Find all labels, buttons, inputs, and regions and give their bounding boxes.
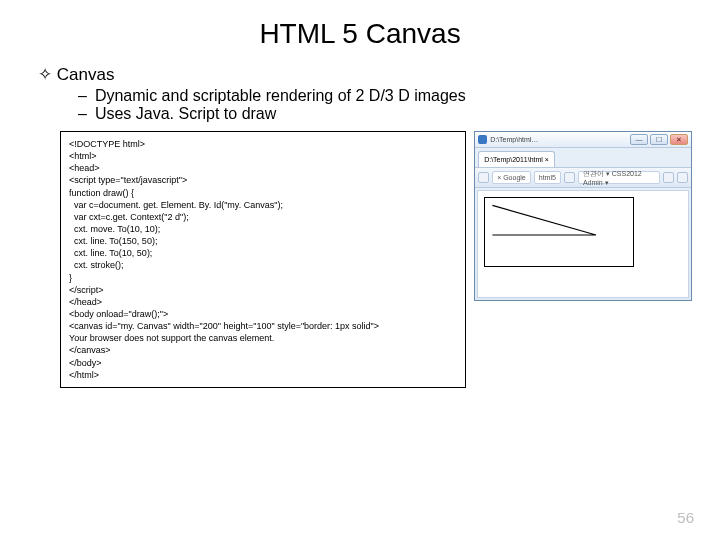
browser-tabstrip: D:\Temp\2011\html × <box>475 148 691 168</box>
window-minimize-button[interactable]: — <box>630 134 648 145</box>
tab-label: D:\Temp\2011\html × <box>484 156 549 163</box>
window-close-button[interactable]: ✕ <box>670 134 688 145</box>
browser-logo-icon <box>478 135 487 144</box>
toolbar-button[interactable] <box>478 172 489 183</box>
wrench-icon[interactable] <box>677 172 688 183</box>
search-icon[interactable] <box>564 172 575 183</box>
browser-viewport <box>477 190 689 298</box>
section-label: Canvas <box>57 65 115 84</box>
browser-toolbar: × Google html5 연관어 ▾ CSS2012 Admin ▾ <box>475 168 691 188</box>
dash-icon: – <box>78 105 87 122</box>
toolbar-chip[interactable]: × Google <box>492 171 531 184</box>
sub-text: Uses Java. Script to draw <box>95 105 276 122</box>
slide-title: HTML 5 Canvas <box>28 18 692 50</box>
browser-window: D:\Temp\html… — ☐ ✕ D:\Temp\2011\html × … <box>474 131 692 301</box>
browser-title-path: D:\Temp\html… <box>490 136 627 143</box>
section-heading: ✧ Canvas <box>28 64 692 85</box>
code-snippet: <!DOCTYPE html> <html> <head> <script ty… <box>60 131 466 388</box>
browser-titlebar: D:\Temp\html… — ☐ ✕ <box>475 132 691 148</box>
diamond-bullet-icon: ✧ <box>38 65 52 84</box>
dash-icon: – <box>78 87 87 104</box>
home-icon[interactable] <box>663 172 674 183</box>
toolbar-chip[interactable]: 연관어 ▾ CSS2012 Admin ▾ <box>578 171 660 184</box>
sub-bullet: –Dynamic and scriptable rendering of 2 D… <box>28 87 692 105</box>
page-number: 56 <box>677 509 694 526</box>
browser-tab[interactable]: D:\Temp\2011\html × <box>478 151 555 167</box>
toolbar-chip[interactable]: html5 <box>534 171 561 184</box>
window-maximize-button[interactable]: ☐ <box>650 134 668 145</box>
canvas-output <box>484 197 634 267</box>
sub-text: Dynamic and scriptable rendering of 2 D/… <box>95 87 466 104</box>
sub-bullet: –Uses Java. Script to draw <box>28 105 692 123</box>
